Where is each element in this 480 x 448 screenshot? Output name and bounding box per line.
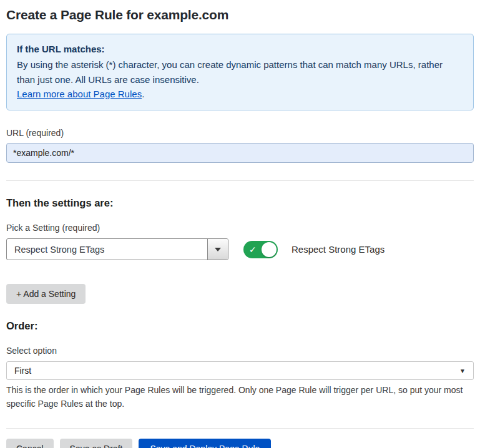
settings-heading: Then the settings are: (6, 197, 474, 209)
info-box: If the URL matches: By using the asteris… (6, 34, 474, 110)
order-heading: Order: (6, 320, 474, 332)
page-rule-form: Create a Page Rule for example.com If th… (6, 7, 474, 448)
info-box-link-row: Learn more about Page Rules. (17, 87, 463, 101)
add-setting-button[interactable]: + Add a Setting (6, 284, 86, 304)
url-input[interactable] (6, 143, 474, 163)
chevron-down-icon: ▼ (459, 368, 466, 374)
info-box-body: By using the asterisk (*) character, you… (17, 57, 454, 87)
divider (6, 428, 474, 429)
order-label: Select option (6, 346, 474, 356)
setting-select-value: Respect Strong ETags (7, 239, 207, 260)
setting-select[interactable]: Respect Strong ETags (6, 238, 228, 260)
toggle-knob (262, 242, 277, 257)
setting-row: Respect Strong ETags ✓ Respect Strong ET… (6, 238, 474, 260)
url-label: URL (required) (6, 128, 474, 138)
learn-more-link[interactable]: Learn more about Page Rules (17, 89, 142, 99)
chevron-down-icon (215, 248, 221, 251)
etags-toggle[interactable]: ✓ (243, 241, 278, 258)
order-select[interactable]: First ▼ (6, 361, 474, 380)
info-box-heading: If the URL matches: (17, 42, 463, 56)
link-period: . (142, 89, 144, 99)
page-title: Create a Page Rule for example.com (6, 7, 474, 22)
pick-setting-label: Pick a Setting (required) (6, 223, 474, 233)
order-select-value: First (14, 366, 31, 376)
footer-actions: Cancel Save as Draft Save and Deploy Pag… (6, 439, 474, 448)
setting-select-caret-button[interactable] (207, 239, 228, 260)
check-icon: ✓ (249, 244, 257, 254)
save-deploy-button[interactable]: Save and Deploy Page Rule (139, 439, 271, 448)
toggle-label: Respect Strong ETags (291, 244, 384, 255)
order-help-text: This is the order in which your Page Rul… (6, 384, 471, 411)
cancel-button[interactable]: Cancel (6, 439, 54, 448)
divider (6, 180, 474, 181)
save-draft-button[interactable]: Save as Draft (60, 439, 133, 448)
